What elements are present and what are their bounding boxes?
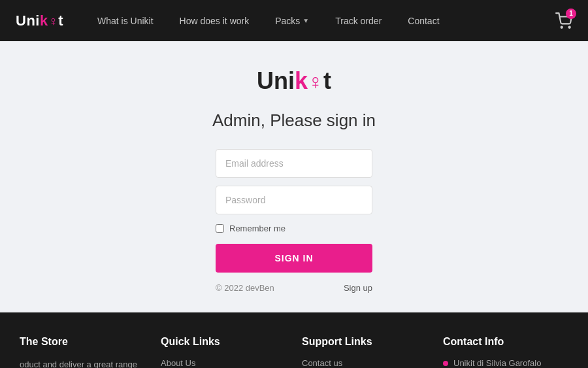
signin-button[interactable]: SIGN IN: [216, 244, 372, 273]
footer-store-desc: oduct and deliver a great range: [20, 358, 145, 368]
remember-checkbox[interactable]: [216, 224, 224, 233]
footer-support-links-col: Support Links Contact us: [302, 336, 427, 368]
footer-contact-info-col: Contact Info Unikit di Silvia Garofalo: [443, 336, 568, 368]
copyright-text: © 2022 devBen: [216, 283, 274, 293]
signup-link[interactable]: Sign up: [344, 283, 372, 293]
brand-name: Unik♀t: [16, 12, 63, 29]
svg-point-1: [569, 26, 570, 27]
main-logo: Unik♀t: [257, 67, 331, 95]
brand-logo[interactable]: Unik♀t: [16, 12, 63, 29]
remember-label[interactable]: Remember me: [229, 224, 286, 233]
footer-quick-links-title: Quick Links: [161, 336, 286, 348]
svg-point-0: [561, 26, 563, 27]
nav-how-does-it-work[interactable]: How does it work: [167, 0, 263, 41]
footer-store-col: The Store oduct and deliver a great rang…: [20, 336, 145, 368]
nav-track-order[interactable]: Track order: [322, 0, 395, 41]
form-footer: © 2022 devBen Sign up: [216, 283, 372, 293]
nav-packs[interactable]: Packs ▼: [262, 0, 322, 41]
navbar: Unik♀t What is Unikit How does it work P…: [0, 0, 588, 41]
footer-link-contact-us[interactable]: Contact us: [302, 358, 427, 368]
password-field[interactable]: [216, 186, 372, 214]
main-content: Unik♀t Admin, Please sign in Remember me…: [0, 41, 588, 312]
signin-heading: Admin, Please sign in: [212, 110, 376, 131]
contact-dot-icon: [443, 361, 448, 366]
packs-dropdown-arrow: ▼: [302, 17, 309, 24]
footer-quick-links-col: Quick Links About Us: [161, 336, 286, 368]
remember-row: Remember me: [216, 224, 372, 233]
nav-contact[interactable]: Contact: [395, 0, 452, 41]
email-field[interactable]: [216, 149, 372, 178]
footer: The Store oduct and deliver a great rang…: [0, 312, 588, 368]
nav-what-is-unikit[interactable]: What is Unikit: [84, 0, 167, 41]
footer-contact-item: Unikit di Silvia Garofalo: [443, 358, 568, 368]
cart-badge: 1: [566, 8, 576, 19]
footer-contact-info-title: Contact Info: [443, 336, 568, 348]
cart-button[interactable]: 1: [555, 12, 572, 29]
nav-links: What is Unikit How does it work Packs ▼ …: [84, 0, 555, 41]
footer-link-about-us[interactable]: About Us: [161, 358, 286, 368]
cart-icon-wrap: 1: [555, 12, 572, 29]
footer-contact-text: Unikit di Silvia Garofalo: [453, 358, 541, 368]
footer-support-links-title: Support Links: [302, 336, 427, 348]
signin-form: Remember me SIGN IN: [216, 149, 372, 273]
footer-store-title: The Store: [20, 336, 145, 348]
